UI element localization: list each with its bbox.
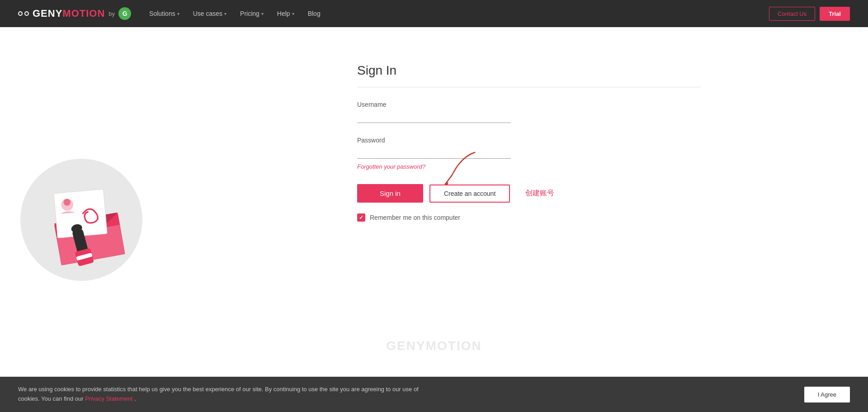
illustration-svg (32, 170, 131, 270)
logo-by: by (108, 10, 115, 17)
illustration-circle (20, 159, 142, 281)
chevron-down-icon: ▾ (261, 11, 264, 16)
chevron-down-icon: ▾ (177, 11, 179, 16)
illustration-area (0, 27, 145, 385)
remember-me-label[interactable]: Remember me on this computer (370, 214, 460, 221)
chevron-down-icon: ▾ (292, 11, 294, 16)
i-agree-button[interactable]: I Agree (804, 387, 850, 403)
username-input[interactable] (357, 112, 511, 123)
create-annotation-text: 创建账号 (525, 189, 554, 198)
nav-blog[interactable]: Blog (308, 10, 321, 17)
nav-solutions[interactable]: Solutions ▾ (149, 10, 179, 17)
form-divider (357, 87, 701, 87)
navbar: GENYMOTION by G Solutions ▾ Use cases ▾ … (0, 0, 868, 27)
logo-motion: MOTION (62, 8, 105, 19)
nav-help[interactable]: Help ▾ (277, 10, 294, 17)
buttons-wrapper: Sign in Create an account 创建账号 (357, 184, 701, 203)
chevron-down-icon: ▾ (224, 11, 226, 16)
page-title: Sign In (357, 63, 701, 78)
logo-circle-icon: G (118, 7, 131, 20)
logo-dots (18, 11, 29, 16)
form-area: Sign In Username Password Forgotten your… (145, 27, 868, 385)
remember-me-group: ✓ Remember me on this computer (357, 213, 701, 222)
cookie-text: We are using cookies to provide statisti… (18, 385, 425, 404)
username-label: Username (357, 101, 701, 108)
trial-button[interactable]: Trial (820, 7, 850, 21)
contact-us-button[interactable]: Contact Us (769, 7, 815, 21)
nav-use-cases[interactable]: Use cases ▾ (193, 10, 226, 17)
nav-pricing[interactable]: Pricing ▾ (240, 10, 264, 17)
create-account-button[interactable]: Create an account (429, 185, 510, 203)
footer-logo-text: GENYMOTION (386, 339, 481, 353)
form-container: Sign In Username Password Forgotten your… (357, 63, 701, 385)
checkmark-icon: ✓ (359, 214, 363, 221)
cookie-bar: We are using cookies to provide statisti… (0, 377, 868, 412)
page-content: Sign In Username Password Forgotten your… (0, 27, 868, 385)
username-group: Username (357, 101, 701, 123)
logo[interactable]: GENYMOTION by G (18, 7, 131, 20)
nav-links: Solutions ▾ Use cases ▾ Pricing ▾ Help ▾… (149, 10, 769, 17)
remember-me-checkbox[interactable]: ✓ (357, 213, 365, 222)
nav-actions: Contact Us Trial (769, 7, 850, 21)
privacy-statement-link[interactable]: Privacy Statement (85, 395, 133, 402)
footer-watermark: GENYMOTION (386, 339, 481, 353)
logo-geny: GENY (33, 8, 62, 19)
password-label: Password (357, 137, 701, 144)
